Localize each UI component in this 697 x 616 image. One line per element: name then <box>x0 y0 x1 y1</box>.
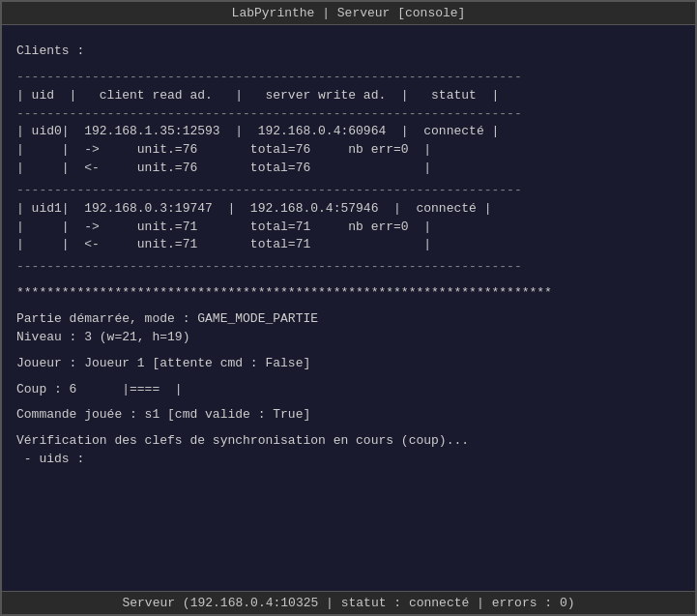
uid1-row2: | | -> unit.=71 total=71 nb err=0 | <box>16 219 681 237</box>
uid1-row1: | uid1| 192.168.0.3:19747 | 192.168.0.4:… <box>16 200 681 219</box>
status-bar: Serveur (192.168.0.4:10325 | statut : co… <box>2 591 695 614</box>
niveau: Niveau : 3 (w=21, h=19) <box>16 329 681 347</box>
window-title: LabPyrinthe | Serveur [console] <box>232 6 466 20</box>
status-text: Serveur (192.168.0.4:10325 | statut : co… <box>122 596 574 610</box>
verification: Vérification des clefs de synchronisatio… <box>16 432 681 451</box>
coup: Coup : 6 |==== | <box>16 381 681 399</box>
partie-mode: Partie démarrée, mode : GAME_MODE_PARTIE <box>16 310 681 329</box>
joueur: Joueur : Joueur 1 [attente cmd : False] <box>16 355 681 373</box>
separator-2: ----------------------------------------… <box>16 105 681 124</box>
clients-label: Clients : <box>16 43 681 61</box>
console-output: Clients : ------------------------------… <box>2 25 695 591</box>
separator-3: ----------------------------------------… <box>16 182 681 200</box>
stars-line: ****************************************… <box>16 284 681 303</box>
separator-4: ----------------------------------------… <box>16 258 681 277</box>
commande: Commande jouée : s1 [cmd valide : True] <box>16 406 681 425</box>
separator-1: ----------------------------------------… <box>16 69 681 87</box>
table-header: | uid | client read ad. | server write a… <box>16 87 681 105</box>
title-bar: LabPyrinthe | Serveur [console] <box>2 2 695 25</box>
uid0-row1: | uid0| 192.168.1.35:12593 | 192.168.0.4… <box>16 123 681 141</box>
uid0-row3: | | <- unit.=76 total=76 | <box>16 160 681 178</box>
uid1-row3: | | <- unit.=71 total=71 | <box>16 236 681 254</box>
uids: - uids : <box>16 451 681 469</box>
main-window: LabPyrinthe | Serveur [console] Clients … <box>0 0 697 616</box>
uid0-row2: | | -> unit.=76 total=76 nb err=0 | <box>16 141 681 160</box>
